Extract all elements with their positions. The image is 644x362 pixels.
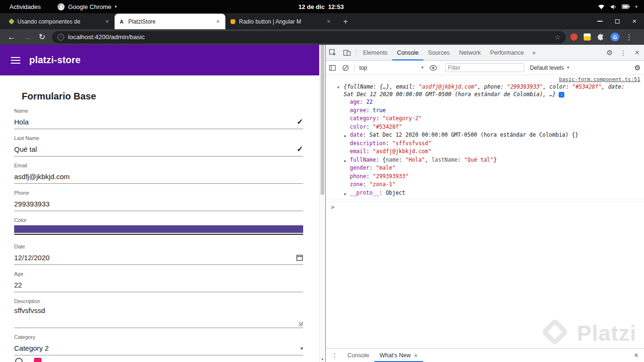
textarea-resize-handle[interactable]	[299, 322, 303, 326]
forward-button[interactable]: →	[23, 33, 31, 42]
tab-performance[interactable]: Performance	[486, 45, 529, 60]
form-field-value: 12/12/2020	[14, 254, 296, 262]
reload-button[interactable]: ↻	[39, 32, 45, 42]
field-underline	[14, 234, 303, 235]
console-panel: basic-form.component.ts:51 ▼ {fullName: …	[326, 75, 644, 349]
scroll-down-arrow-icon[interactable]: ▼	[320, 358, 325, 361]
browser-tab-1[interactable]: Usando componentes de ×	[4, 14, 115, 29]
browser-tab-2-active[interactable]: A PlatziStore ×	[115, 14, 225, 29]
console-property-fullName[interactable]: ▶fullName: {name: "Hola", lastName: "Qué…	[326, 156, 644, 165]
more-tabs-icon[interactable]: »	[528, 49, 539, 56]
console-property-proto[interactable]: ▶__proto__: Object	[326, 189, 644, 197]
console-source-link[interactable]: basic-form.component.ts:51	[326, 75, 644, 82]
tab-console[interactable]: Console	[392, 45, 423, 60]
form-field-value: Category 2	[14, 344, 300, 352]
console-property-date[interactable]: ▶date: Sat Dec 12 2020 00:00:00 GMT-0500…	[326, 131, 644, 140]
scrollbar-thumb[interactable]	[321, 45, 324, 195]
dropdown-arrow-icon[interactable]: ▾	[300, 345, 303, 352]
form-field-category[interactable]: CategoryCategory 2▾	[14, 334, 303, 355]
active-app-menu[interactable]: Google Chrome ▾	[58, 3, 116, 10]
info-icon[interactable]: i	[559, 92, 564, 98]
extension-icon[interactable]	[584, 33, 591, 41]
form-field-age[interactable]: Age22	[14, 271, 303, 292]
base-form: Formulario Base NameHola✓Last NameQué ta…	[0, 75, 325, 355]
device-toolbar-icon[interactable]	[340, 49, 354, 56]
tab-close-icon[interactable]: ×	[325, 18, 332, 25]
site-info-icon[interactable]: i	[58, 34, 64, 41]
devtools-menu-icon[interactable]: ⋮	[616, 49, 630, 57]
form-field-row: 22	[14, 278, 303, 292]
tab-sources[interactable]: Sources	[423, 45, 454, 60]
drawer-tab-console[interactable]: Console	[342, 349, 374, 362]
form-field-color[interactable]: Color	[14, 217, 303, 235]
puzzle-extensions-icon[interactable]	[597, 33, 604, 41]
new-tab-button[interactable]: +	[339, 16, 352, 28]
tab-close-icon[interactable]: ×	[104, 18, 110, 25]
expand-arrow-icon[interactable]: ▶	[344, 132, 347, 140]
context-label: top	[359, 65, 367, 71]
page-scrollbar[interactable]: ▼	[319, 45, 325, 362]
radio-option-icon[interactable]	[15, 358, 23, 362]
form-field-description[interactable]: Descriptionsffvsfvssd	[14, 298, 303, 328]
address-bar[interactable]: i localhost:4200/admin/basic ☆	[52, 31, 566, 43]
restore-button[interactable]	[615, 19, 619, 24]
live-expression-eye-icon[interactable]	[426, 65, 440, 71]
form-field-name[interactable]: NameHola✓	[14, 108, 303, 129]
hamburger-menu-icon[interactable]	[11, 57, 20, 64]
form-field-phone[interactable]: Phone299393933	[14, 190, 303, 211]
color-swatch[interactable]	[14, 225, 303, 233]
browser-menu-icon[interactable]: ⋮	[626, 33, 633, 41]
volume-icon	[610, 4, 617, 10]
console-properties: age: 22agree: truecategory: "category-2"…	[326, 98, 644, 197]
extensions-area: G ⋮	[570, 33, 638, 41]
property-key: category	[350, 115, 376, 122]
console-sidebar-icon[interactable]	[326, 65, 339, 71]
battery-icon	[622, 4, 630, 9]
inspect-element-icon[interactable]	[326, 49, 340, 57]
form-field-value: 22	[14, 281, 303, 289]
form-field-date[interactable]: Date12/12/2020	[14, 244, 303, 265]
console-prompt[interactable]: >	[326, 202, 644, 214]
system-tray[interactable]: ▾	[598, 4, 637, 10]
console-property-description: description: "sffvsfvssd"	[326, 140, 644, 148]
calendar-icon[interactable]	[296, 254, 303, 261]
form-field-label: Email	[14, 163, 303, 168]
drawer-close-icon[interactable]: ×	[628, 351, 644, 360]
form-field-label: Date	[14, 244, 303, 249]
form-field-row: 12/12/2020	[14, 251, 303, 265]
close-window-button[interactable]: ×	[632, 19, 636, 24]
caret-down-icon: ▼	[421, 66, 424, 70]
expand-arrow-icon[interactable]: ▶	[344, 157, 347, 165]
profile-avatar[interactable]: G	[611, 33, 619, 41]
browser-tab-3[interactable]: Radio button | Angular M ×	[225, 14, 336, 29]
console-filter-input[interactable]	[445, 63, 524, 72]
clear-console-icon[interactable]	[339, 65, 352, 71]
tab-close-icon[interactable]: ×	[215, 18, 221, 25]
back-button[interactable]: ←	[8, 33, 16, 42]
minimize-button[interactable]	[597, 21, 603, 22]
drawer-menu-icon[interactable]: ⋮	[326, 352, 342, 359]
log-levels-select[interactable]: Default levels ▼	[530, 65, 570, 71]
collapse-arrow-icon[interactable]: ▼	[337, 84, 339, 91]
console-settings-icon[interactable]: ⚙	[631, 64, 644, 72]
form-field-last-name[interactable]: Last NameQué tal✓	[14, 135, 303, 156]
form-field-label: Category	[14, 334, 303, 340]
devtools-close-icon[interactable]: ×	[630, 49, 644, 57]
console-object-preview[interactable]: ▼ {fullName: {…}, email: "asdfj@jkbkjd.c…	[326, 82, 644, 98]
adblock-extension-icon[interactable]	[570, 33, 578, 41]
browser-nav-bar: ← → ↻ i localhost:4200/admin/basic ☆ G ⋮	[0, 29, 644, 45]
drawer-tab-whats-new[interactable]: What's New ×	[374, 349, 423, 362]
property-key: age	[350, 99, 360, 105]
drawer-tab-close-icon[interactable]: ×	[414, 352, 418, 359]
tab-network[interactable]: Network	[454, 45, 486, 60]
clock[interactable]: 12 de dic 12:53	[298, 3, 344, 10]
tab-elements[interactable]: Elements	[358, 45, 392, 60]
bookmark-star-icon[interactable]: ☆	[554, 33, 561, 41]
activities-button[interactable]: Actividades	[9, 3, 41, 10]
expand-arrow-icon[interactable]: ▶	[344, 190, 347, 198]
form-field-value: sffvsfvssd	[14, 306, 303, 314]
javascript-context-select[interactable]: top ▼	[359, 65, 424, 71]
agree-checkbox-icon[interactable]	[34, 358, 41, 362]
devtools-settings-icon[interactable]: ⚙	[603, 49, 616, 57]
form-field-email[interactable]: Emailasdfj@jkbkjd.com	[14, 163, 303, 184]
